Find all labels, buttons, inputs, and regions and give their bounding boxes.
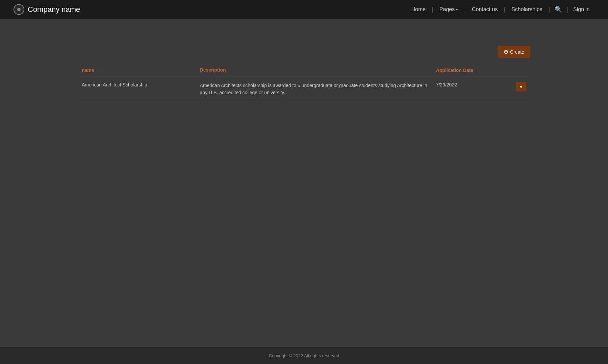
footer: Copyright © 2022 All rights reserved: [0, 347, 608, 364]
nav-item-pages[interactable]: Pages ▾: [433, 0, 464, 19]
cell-name[interactable]: American Architect Scholarship: [78, 77, 196, 101]
main-content: ⊕ Create name ↑ Description Application …: [0, 19, 608, 347]
nav-menu: Home | Pages ▾ | Contact us | Scholarshi…: [405, 0, 594, 19]
nav-item-contact[interactable]: Contact us: [466, 0, 504, 19]
pages-dropdown-icon: ▾: [456, 0, 458, 19]
col-header-description: Description: [196, 63, 432, 77]
row-action-button[interactable]: ▾: [516, 82, 526, 92]
sort-arrow-date: ↑: [476, 68, 478, 73]
cell-app-date: 7/29/2022: [432, 77, 501, 101]
cell-action: ▾: [501, 77, 530, 101]
navbar: Company name Home | Pages ▾ | Contact us…: [0, 0, 608, 19]
sort-arrow-name: ↑: [97, 68, 99, 73]
create-plus-icon: ⊕: [504, 49, 508, 55]
nav-item-home[interactable]: Home: [405, 0, 432, 19]
col-header-app-date[interactable]: Application Date ↑: [432, 63, 501, 77]
scholarships-table: name ↑ Description Application Date ↑ Am…: [78, 63, 530, 101]
cell-description: American Architects scholarship is award…: [196, 77, 432, 101]
sign-in-link[interactable]: Sign in: [568, 0, 594, 19]
table-header-row: name ↑ Description Application Date ↑: [78, 63, 530, 77]
row-action-dropdown-icon: ▾: [520, 84, 522, 89]
search-icon[interactable]: 🔍: [550, 0, 567, 19]
create-button[interactable]: ⊕ Create: [498, 46, 530, 58]
table-toolbar: ⊕ Create: [78, 46, 530, 58]
col-header-action: [501, 63, 530, 77]
table-row: American Architect Scholarship American …: [78, 77, 530, 101]
brand-icon: [14, 4, 24, 15]
brand-name: Company name: [28, 5, 80, 14]
brand-logo[interactable]: Company name: [14, 4, 80, 15]
copyright-text: Copyright © 2022 All rights reserved: [269, 353, 339, 358]
create-label: Create: [510, 49, 524, 55]
nav-item-scholarships[interactable]: Scholarships: [505, 0, 549, 19]
col-header-name[interactable]: name ↑: [78, 63, 196, 77]
